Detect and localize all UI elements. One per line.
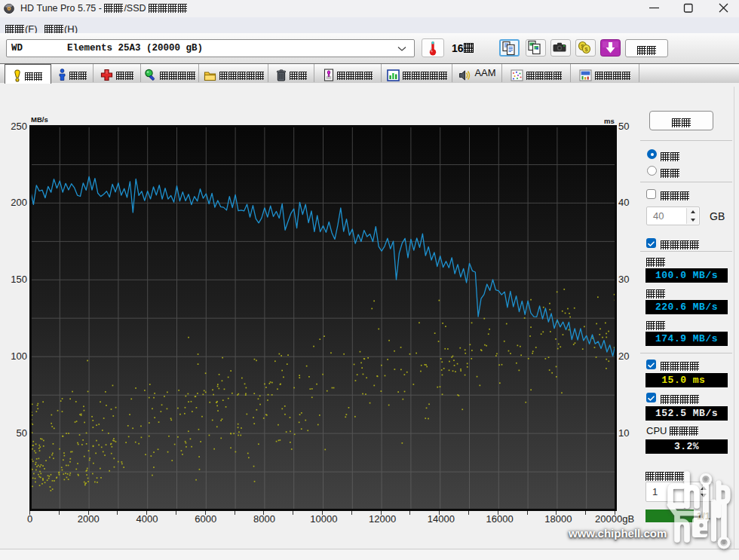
- svg-text:$: $: [584, 46, 588, 53]
